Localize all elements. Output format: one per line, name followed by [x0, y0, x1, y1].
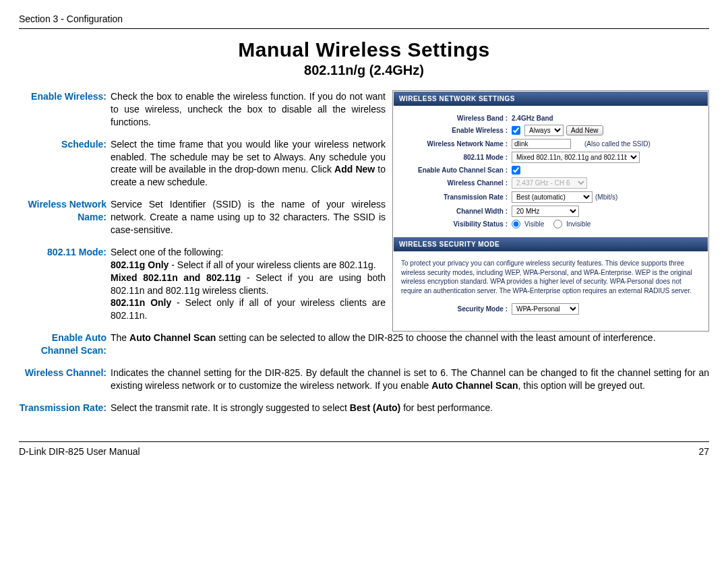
mode-select[interactable]: Mixed 802.11n, 802.11g and 802.11b — [512, 152, 640, 163]
text-network-name: Service Set Identifier (SSID) is the nam… — [111, 198, 386, 237]
form-label-security: Security Mode : — [400, 305, 512, 313]
auto-scan-post: setting can be selected to allow the DIR… — [216, 332, 655, 343]
settings-panel: WIRELESS NETWORK SETTINGS Wireless Band … — [392, 90, 709, 332]
security-description: To protect your privacy you can configur… — [393, 252, 708, 299]
form-label-channel: Wireless Channel : — [400, 179, 512, 187]
auto-scan-pre: The — [111, 332, 129, 343]
rate-unit: (Mbit/s) — [595, 193, 617, 201]
descriptions-column: Enable Wireless: Check the box to enable… — [19, 90, 709, 424]
footer-page-number: 27 — [698, 446, 709, 457]
schedule-select[interactable]: Always — [524, 125, 564, 136]
mode-g-only-b: 802.11g Only — [111, 259, 169, 270]
form-label-name: Wireless Network Name : — [400, 140, 512, 148]
form-label-width: Channel Width : — [400, 208, 512, 215]
text-mode: Select one of the following: 802.11g Onl… — [111, 246, 386, 322]
page-subtitle: 802.11n/g (2.4GHz) — [19, 63, 709, 78]
form-label-rate: Transmission Rate : — [400, 193, 512, 201]
label-network-name: Wireless Network Name: — [19, 198, 111, 237]
footer-left: D-Link DIR-825 User Manual — [19, 446, 140, 457]
ssid-note: (Also called the SSID) — [584, 140, 650, 148]
rate-post: for best performance. — [400, 402, 493, 413]
text-auto-scan: The Auto Channel Scan setting can be sel… — [111, 332, 709, 357]
channel-b: Auto Channel Scan — [431, 380, 518, 391]
mode-n-only-b: 802.11n Only — [111, 297, 171, 308]
rate-pre: Select the transmit rate. It is strongly… — [111, 402, 350, 413]
label-enable-wireless: Enable Wireless: — [19, 90, 111, 129]
visibility-invisible-label: Invisible — [566, 220, 590, 228]
mode-mixed-b: Mixed 802.11n and 802.11g — [111, 272, 241, 283]
title-block: Manual Wireless Settings 802.11n/g (2.4G… — [19, 38, 709, 78]
label-network-name-2: Name: — [78, 212, 107, 222]
text-schedule: Select the time frame that you would lik… — [111, 138, 386, 189]
rate-select[interactable]: Best (automatic) — [512, 191, 593, 203]
form-label-visibility: Visibility Status : — [400, 220, 512, 228]
mode-g-only-t: - Select if all of your wireless clients… — [169, 259, 375, 270]
settings-panel-header: WIRELESS NETWORK SETTINGS — [393, 91, 708, 106]
text-rate: Select the transmit rate. It is strongly… — [111, 402, 709, 414]
form-label-band: Wireless Band : — [400, 115, 512, 122]
channel-post: , this option will be greyed out. — [518, 380, 645, 391]
security-mode-select[interactable]: WPA-Personal — [512, 303, 579, 315]
label-auto-scan-2: Channel Scan: — [41, 345, 107, 356]
label-rate: Transmission Rate: — [19, 402, 111, 414]
rate-b: Best (Auto) — [350, 402, 400, 413]
schedule-bold: Add New — [334, 164, 375, 175]
text-enable-wireless: Check the box to enable the wireless fun… — [111, 90, 386, 129]
footer: D-Link DIR-825 User Manual 27 — [19, 441, 709, 457]
visibility-visible-label: Visible — [524, 220, 544, 228]
label-channel: Wireless Channel: — [19, 367, 111, 392]
width-select[interactable]: 20 MHz — [512, 206, 579, 217]
page-title: Manual Wireless Settings — [19, 38, 709, 61]
visibility-visible-radio[interactable] — [512, 220, 520, 228]
form-value-band: 2.4GHz Band — [512, 115, 553, 122]
label-auto-scan: Enable Auto Channel Scan: — [19, 332, 111, 357]
label-schedule: Schedule: — [19, 138, 111, 189]
section-header: Section 3 - Configuration — [19, 13, 709, 29]
add-new-button[interactable]: Add New — [566, 125, 603, 135]
label-mode: 802.11 Mode: — [19, 246, 111, 322]
label-network-name-1: Wireless Network — [28, 199, 107, 210]
text-channel: Indicates the channel setting for the DI… — [111, 367, 709, 392]
form-label-enable: Enable Wireless : — [400, 127, 512, 134]
auto-channel-checkbox[interactable] — [512, 166, 520, 175]
ssid-input[interactable] — [512, 139, 571, 149]
enable-wireless-checkbox[interactable] — [512, 126, 520, 135]
visibility-invisible-radio[interactable] — [553, 220, 562, 228]
security-panel-header: WIRELESS SECURITY MODE — [393, 237, 708, 252]
auto-scan-b: Auto Channel Scan — [129, 332, 216, 343]
mode-intro: Select one of the following: — [111, 247, 223, 257]
form-label-mode: 802.11 Mode : — [400, 154, 512, 161]
label-auto-scan-1: Enable Auto — [52, 332, 107, 343]
channel-select: 2.437 GHz - CH 6 — [512, 177, 587, 189]
form-label-auto: Enable Auto Channel Scan : — [400, 166, 512, 174]
